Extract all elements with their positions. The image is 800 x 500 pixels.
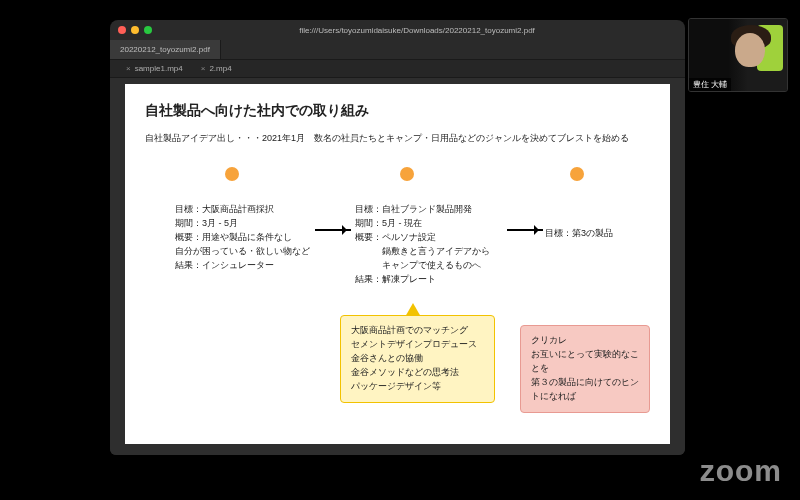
preview-strip: × sample1.mp4 × 2.mp4 [110, 60, 685, 78]
participant-name: 豊住 大輔 [689, 78, 731, 91]
subtab-label: 2.mp4 [209, 64, 231, 73]
participant-video[interactable]: 豊住 大輔 [688, 18, 788, 92]
arrow-right-icon [315, 229, 351, 231]
minimize-icon[interactable] [131, 26, 139, 34]
zoom-icon[interactable] [144, 26, 152, 34]
pdf-viewer-window: file:///Users/toyozumidaisuke/Downloads/… [110, 20, 685, 455]
subtab-video-2[interactable]: × 2.mp4 [201, 64, 232, 73]
phase-1-text: 目標：大阪商品計画採択 期間：3月 - 5月 概要：用途や製品に条件なし 自分が… [175, 203, 325, 273]
slide-page: 自社製品へ向けた社内での取り組み 自社製品アイデア出し・・・2021年1月 数名… [125, 84, 670, 444]
phase-2-text: 目標：自社ブランド製品開発 期間：5月 - 現在 概要：ペルソナ設定 鍋敷きと言… [355, 203, 515, 287]
tab-bar: 20220212_toyozumi2.pdf [110, 40, 685, 60]
tab-label: 20220212_toyozumi2.pdf [120, 45, 210, 54]
pdf-viewport[interactable]: 自社製品へ向けた社内での取り組み 自社製品アイデア出し・・・2021年1月 数名… [110, 78, 685, 455]
phase-3-text: 目標：第3の製品 [545, 227, 645, 241]
arrow-right-icon [507, 229, 543, 231]
close-icon[interactable]: × [201, 64, 206, 73]
close-icon[interactable] [118, 26, 126, 34]
window-titlebar: file:///Users/toyozumidaisuke/Downloads/… [110, 20, 685, 40]
callout-arrow-icon [405, 295, 421, 317]
zoom-watermark: zoom [700, 454, 782, 488]
note-pink: クリカレ お互いにとって実験的なことを 第３の製品に向けてのヒントになれば [520, 325, 650, 413]
close-icon[interactable]: × [126, 64, 131, 73]
timeline-dot-icon [570, 167, 584, 181]
slide-subtitle: 自社製品アイデア出し・・・2021年1月 数名の社員たちとキャンプ・日用品などの… [145, 132, 650, 145]
timeline-dot-icon [400, 167, 414, 181]
note-yellow: 大阪商品計画でのマッチング セメントデザインプロデュース 金谷さんとの協働 金谷… [340, 315, 495, 403]
slide-title: 自社製品へ向けた社内での取り組み [145, 102, 650, 120]
face-shape [735, 33, 765, 67]
window-path: file:///Users/toyozumidaisuke/Downloads/… [157, 26, 677, 35]
subtab-label: sample1.mp4 [135, 64, 183, 73]
timeline: 目標：大阪商品計画採択 期間：3月 - 5月 概要：用途や製品に条件なし 自分が… [145, 167, 650, 397]
timeline-dot-icon [225, 167, 239, 181]
tab-pdf[interactable]: 20220212_toyozumi2.pdf [110, 40, 221, 59]
subtab-video-1[interactable]: × sample1.mp4 [126, 64, 183, 73]
traffic-lights[interactable] [118, 26, 152, 34]
